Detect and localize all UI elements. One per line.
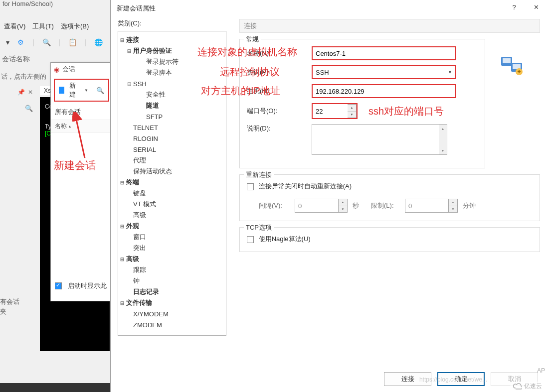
tree-item-文件传输[interactable]: ⊟文件传输: [119, 297, 225, 308]
chevron-down-icon[interactable]: ▼: [84, 88, 88, 93]
tree-item-label: 高级: [132, 211, 147, 220]
settings-add-icon[interactable]: ⚙: [16, 38, 25, 47]
port-field-label: 端口号(O):: [247, 107, 312, 116]
nagle-checkbox[interactable]: [247, 236, 254, 243]
tree-expander-icon[interactable]: ⊟: [119, 257, 125, 262]
tree-item-日志记录[interactable]: 日志记录: [119, 286, 225, 297]
tree-item-label: SSH: [132, 80, 148, 88]
sessions-column-header[interactable]: 名称▴: [51, 120, 112, 133]
new-session-label: 新建: [69, 81, 79, 99]
new-session-button[interactable]: 新建 ▼ 🔍: [54, 79, 109, 102]
tree-item-SFTP[interactable]: SFTP: [119, 111, 225, 122]
tree-item-label: 连接: [125, 35, 140, 44]
connection-icon: [499, 54, 525, 77]
tree-item-label: 钟: [132, 276, 141, 285]
toolbar-sep-2: |: [55, 38, 64, 47]
tree-item-TELNET[interactable]: TELNET: [119, 122, 225, 133]
tree-item-隧道[interactable]: 隧道: [119, 100, 225, 111]
description-textarea[interactable]: ▲▼: [312, 124, 447, 155]
tree-item-label: RLOGIN: [132, 135, 159, 142]
textarea-scrollbar[interactable]: ▲▼: [439, 125, 447, 154]
annotation-host: 对方主机的IP地址: [201, 84, 280, 98]
pin-icon[interactable]: 📌: [17, 89, 25, 96]
toolbar-icon-1[interactable]: ▾: [3, 38, 12, 47]
name-input[interactable]: [312, 46, 456, 60]
tree-item-ZMODEM[interactable]: ZMODEM: [119, 319, 225, 330]
tree-item-label: 保持活动状态: [132, 167, 173, 176]
tree-expander-icon[interactable]: ⊟: [119, 180, 125, 185]
menu-tools[interactable]: 工具(T): [32, 22, 54, 31]
interval-spinner: ▲▼: [339, 199, 348, 213]
all-sessions-label[interactable]: 所有会话: [51, 105, 112, 120]
menu-view[interactable]: 查看(V): [4, 22, 25, 31]
tree-item-终端[interactable]: ⊟终端: [119, 177, 225, 188]
tree-item-代理[interactable]: 代理: [119, 155, 225, 166]
left-text-fragment: 有会话夹: [0, 297, 19, 317]
tree-expander-icon[interactable]: ⊟: [119, 300, 125, 306]
panel-title-connection: 连接: [239, 19, 540, 33]
tree-item-高级[interactable]: 高级: [119, 210, 225, 221]
globe-icon[interactable]: 🌐: [94, 38, 103, 47]
tree-item-跟踪[interactable]: 跟踪: [119, 264, 225, 275]
search-small-icon[interactable]: 🔍: [25, 105, 33, 112]
tree-item-label: VT 模式: [132, 200, 157, 209]
group-tcp: TCP选项 使用Nagle算法(U): [239, 227, 540, 252]
app-title-fragment: for Home/School): [2, 0, 53, 7]
tree-item-label: 登录提示符: [145, 57, 180, 66]
tree-item-label: 隧道: [145, 101, 160, 110]
tree-item-外观[interactable]: ⊟外观: [119, 221, 225, 232]
pin-close-row: 📌✕: [17, 89, 33, 96]
tree-item-突出[interactable]: 突出: [119, 243, 225, 254]
tree-item-键盘[interactable]: 键盘: [119, 188, 225, 199]
tree-item-label: 终端: [125, 178, 140, 187]
group-tcp-legend: TCP选项: [244, 223, 274, 232]
spinner-up-icon[interactable]: ▲: [348, 105, 356, 112]
tree-item-窗口[interactable]: 窗口: [119, 232, 225, 243]
port-spinner[interactable]: ▲▼: [348, 104, 357, 118]
tree-item-label: 高级: [125, 255, 140, 263]
tree-item-高级[interactable]: ⊟高级: [119, 254, 225, 264]
limit-spinner: ▲▼: [449, 199, 458, 213]
tree-item-label: 用户身份验证: [132, 46, 173, 55]
tree-expander-icon[interactable]: ⊟: [126, 81, 132, 87]
search-session-icon[interactable]: 🔍: [96, 87, 104, 94]
tree-item-X/YMODEM[interactable]: X/YMODEM: [119, 308, 225, 319]
tree-item-label: SFTP: [145, 113, 164, 121]
auto-reconnect-label: 连接异常关闭时自动重新连接(A): [259, 182, 352, 190]
svg-rect-2: [503, 58, 511, 63]
host-input[interactable]: [312, 84, 456, 98]
tree-item-label: ZMODEM: [132, 321, 163, 329]
menu-tabs[interactable]: 选项卡(B): [61, 22, 89, 31]
group-general: 常规 连接对象的虚拟机名称 名称(N): 远程控制协议 协议(P): SSH ▼…: [239, 39, 485, 168]
tree-item-连接[interactable]: ⊟连接: [119, 34, 225, 45]
spinner-down-icon[interactable]: ▼: [348, 112, 356, 118]
search-icon[interactable]: 🔍: [42, 38, 51, 47]
tree-item-label: 登录脚本: [145, 68, 173, 77]
tree-expander-icon[interactable]: ⊟: [126, 48, 132, 54]
tree-item-RLOGIN[interactable]: RLOGIN: [119, 133, 225, 144]
show-on-startup-checkbox[interactable]: ✓: [55, 282, 62, 289]
brand-watermark: 亿速云: [510, 382, 545, 391]
auto-reconnect-checkbox[interactable]: [247, 183, 254, 190]
port-input[interactable]: [313, 104, 348, 118]
tree-item-label: 日志记录: [132, 287, 160, 296]
tree-expander-icon[interactable]: ⊟: [119, 224, 125, 229]
dialog-help-button[interactable]: ?: [503, 0, 525, 14]
dialog-close-button[interactable]: ✕: [525, 0, 547, 14]
tree-item-SERIAL[interactable]: SERIAL: [119, 144, 225, 155]
main-toolbar: ▾ ⚙ | 🔍 | 📋 | 🌐: [0, 36, 106, 49]
new-session-properties-dialog: 新建会话属性 ? ✕ 类别(C): ⊟连接⊟用户身份验证登录提示符登录脚本⊟SS…: [110, 0, 547, 392]
show-on-startup-row[interactable]: ✓ 启动时显示此: [51, 277, 112, 294]
tree-expander-icon[interactable]: ⊟: [119, 37, 125, 43]
close-icon[interactable]: ✕: [28, 89, 33, 96]
tree-item-保持活动状态[interactable]: 保持活动状态: [119, 166, 225, 177]
group-general-legend: 常规: [244, 35, 261, 44]
category-tree[interactable]: ⊟连接⊟用户身份验证登录提示符登录脚本⊟SSH安全性隧道SFTPTELNETRL…: [118, 31, 226, 336]
annotation-name: 连接对象的虚拟机名称: [197, 45, 297, 59]
tree-item-钟[interactable]: 钟: [119, 275, 225, 286]
tree-item-VT 模式[interactable]: VT 模式: [119, 199, 225, 210]
sessions-popup: ◉ 会话 新建 ▼ 🔍 所有会话 名称▴ ✓ 启动时显示此: [50, 62, 113, 301]
protocol-select[interactable]: SSH ▼: [312, 65, 456, 79]
tree-item-登录脚本[interactable]: 登录脚本: [119, 67, 225, 78]
clipboard-icon[interactable]: 📋: [68, 38, 77, 47]
